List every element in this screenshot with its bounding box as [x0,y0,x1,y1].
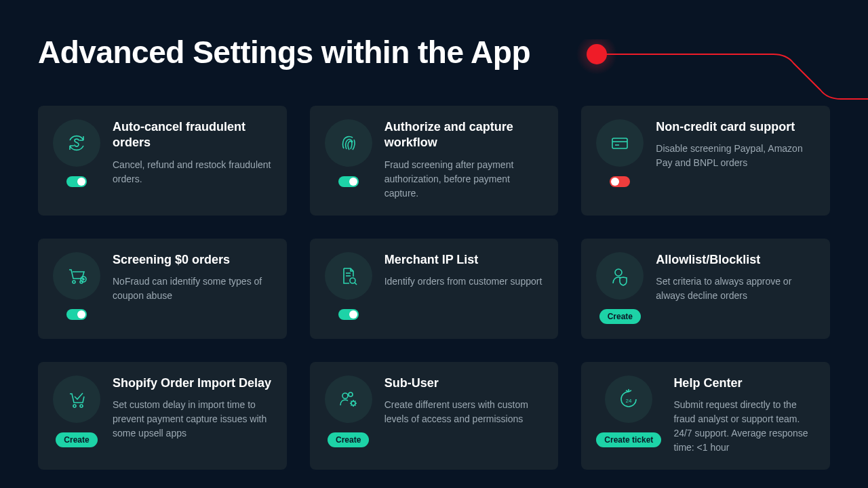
svg-point-12 [350,278,355,283]
create-shopify-delay-button[interactable]: Create [56,432,97,447]
card-non-credit-card: Non-credit card support Disable screenin… [581,106,830,216]
card-title: Shopify Order Import Delay [113,375,272,391]
svg-point-17 [342,393,348,399]
card-title: Help Center [673,375,815,391]
card-help-center: 24 Create ticket Help Center Submit requ… [581,362,830,470]
card-allowlist-blocklist: Create Allowlist/Blocklist Set criteria … [581,239,830,339]
fingerprint-icon [325,119,372,167]
document-search-icon [325,252,372,300]
cart-plus-icon [53,252,100,300]
card-title: Screening $0 orders [113,252,272,268]
card-desc: Cancel, refund and restock fraudulent or… [113,158,272,186]
refund-cycle-icon [53,119,100,167]
toggle-merchant-ip[interactable] [338,309,359,320]
page-title: Advanced Settings within the App [38,34,830,70]
cart-check-icon [53,375,100,423]
svg-point-14 [615,269,622,276]
create-allowlist-button[interactable]: Create [599,309,641,324]
card-screening-zero: Screening $0 orders NoFraud can identify… [38,239,287,339]
card-title: Sub-User [384,375,544,391]
user-shield-icon [596,252,644,300]
card-authorize-capture: Authorize and capture workflow Fraud scr… [310,106,559,216]
card-sub-user: Create Sub-User Create different users w… [310,362,559,470]
clock-24-icon: 24 [605,375,652,423]
toggle-auto-cancel[interactable] [66,176,87,187]
create-ticket-button[interactable]: Create ticket [596,432,661,447]
card-title: Authorize and capture workflow [384,119,544,151]
svg-text:24: 24 [626,398,632,404]
card-desc: Create different users with custom level… [384,398,544,426]
card-desc: Set criteria to always approve or always… [656,274,815,303]
users-gear-icon [325,375,372,423]
svg-point-15 [73,405,76,407]
svg-point-18 [349,392,353,396]
toggle-non-credit-card[interactable] [610,176,630,187]
create-sub-user-button[interactable]: Create [328,432,369,447]
card-title: Merchant IP List [384,252,544,268]
card-desc: Disable screening Paypal, Amazon Pay and… [656,142,815,170]
svg-point-16 [80,405,83,407]
card-title: Allowlist/Blocklist [656,252,815,268]
card-desc: NoFraud can identify some types of coupo… [113,274,272,303]
toggle-screening-zero[interactable] [66,309,87,320]
svg-rect-2 [612,138,627,148]
card-desc: Fraud screening after payment authorizat… [384,158,544,201]
card-auto-cancel: Auto-cancel fraudulent orders Cancel, re… [38,106,287,216]
card-shopify-delay: Create Shopify Order Import Delay Set cu… [38,362,287,470]
card-desc: Identify orders from customer support [384,274,544,289]
credit-card-icon [596,119,644,167]
card-title: Auto-cancel fraudulent orders [113,119,272,151]
card-desc: Submit request directly to the fraud ana… [673,398,815,455]
svg-line-13 [355,283,357,285]
toggle-authorize-capture[interactable] [338,176,359,187]
settings-grid: Auto-cancel fraudulent orders Cancel, re… [0,88,868,488]
card-merchant-ip: Merchant IP List Identify orders from cu… [310,239,559,339]
svg-point-5 [73,281,75,283]
card-title: Non-credit card support [656,119,815,135]
card-desc: Set custom delay in import time to preve… [113,398,272,441]
